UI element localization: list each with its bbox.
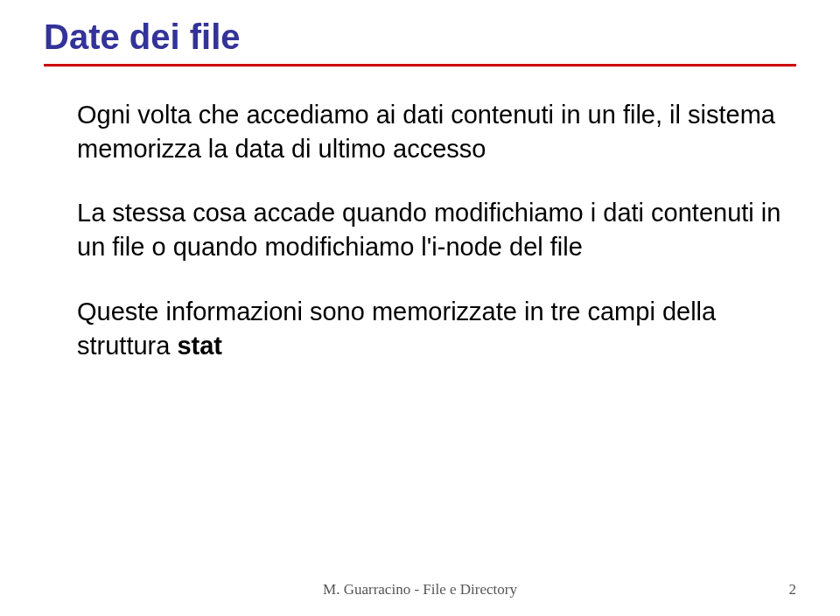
slide-title: Date dei file: [44, 18, 796, 57]
paragraph-3: Queste informazioni sono memorizzate in …: [77, 295, 796, 363]
content: Ogni volta che accediamo ai dati contenu…: [44, 98, 796, 363]
page-number: 2: [789, 581, 797, 598]
paragraph-3-bold: stat: [177, 332, 222, 360]
footer-text: M. Guarracino - File e Directory: [0, 581, 840, 598]
paragraph-2: La stessa cosa accade quando modifichiam…: [77, 196, 796, 264]
title-underline: [44, 64, 796, 66]
paragraph-1: Ogni volta che accediamo ai dati contenu…: [77, 98, 796, 166]
slide: Date dei file Ogni volta che accediamo a…: [0, 0, 840, 616]
paragraph-3-text: Queste informazioni sono memorizzate in …: [77, 298, 716, 360]
